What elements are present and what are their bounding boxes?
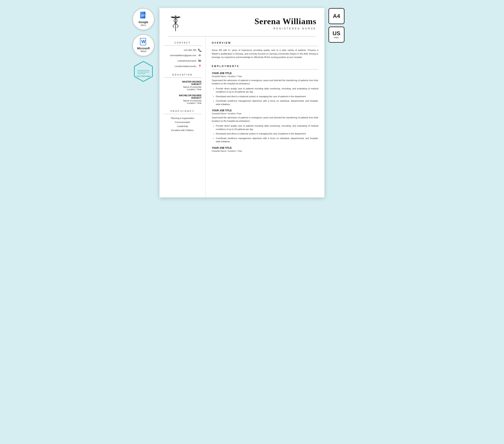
- google-docs-badge: Google docs: [132, 8, 154, 30]
- edu-degree-2: BACHELOR DEGREE: [163, 94, 201, 97]
- proficiency-item-4: Excellent with Children: [163, 129, 201, 132]
- proficiency-item-2: Communication: [163, 121, 201, 123]
- edu-university-2: Name of university: [163, 99, 201, 102]
- employment-section-title: EMPLOYMENTS: [212, 65, 318, 68]
- job-title-3: YOUR JOB TITLE: [212, 147, 318, 149]
- page-wrapper: Google docs W Microsoft Word TOP RESUME: [131, 8, 373, 197]
- job-bullet-1-3: Coordinate workforce management objectiv…: [216, 99, 318, 106]
- job-item-2: YOUR JOB TITLE Hospital Name / location …: [212, 109, 318, 143]
- job-description-1: Supervised the admission of patients in …: [212, 79, 318, 85]
- resume-name: Serena Williams: [188, 17, 316, 26]
- job-title-2: YOUR JOB TITLE: [212, 109, 318, 112]
- proficiency-item-1: Planning & organization: [163, 117, 201, 119]
- edu-location-1: Location / Year: [163, 88, 201, 91]
- resume-body: CONTACT 123-456-789 📞 serenawilliams@gma…: [160, 37, 324, 197]
- svg-rect-3: [141, 15, 144, 15]
- education-item-2: BACHELOR DEGREE SUBJECT Name of universi…: [163, 94, 201, 104]
- left-badges-column: Google docs W Microsoft Word TOP RESUME: [131, 8, 155, 82]
- svg-text:TOP RESUME: TOP RESUME: [136, 75, 150, 77]
- overview-section-title: OVERVIEW: [212, 41, 318, 44]
- email-icon: ✉: [198, 54, 201, 57]
- job-location-3: Hospital Name / location / Year: [212, 150, 318, 152]
- google-docs-sublabel: docs: [141, 24, 146, 27]
- resume-sidebar: CONTACT 123-456-789 📞 serenawilliams@gma…: [160, 37, 206, 197]
- resume-document: Serena Williams REGISTERED NURSE CONTACT…: [160, 8, 324, 197]
- job-bullet-2-2: Developed and direct a rotational system…: [216, 132, 318, 135]
- job-bullet-2-1: Provide direct quality care to patients …: [216, 124, 318, 131]
- us-label: US: [333, 31, 341, 36]
- microsoft-word-sublabel: Word: [141, 50, 146, 53]
- a4-badge: A4: [328, 8, 344, 24]
- job-bullet-1-2: Developed and direct a rotational system…: [216, 95, 318, 98]
- education-item-1: MASTER DEGREE SUBJECT Name of university…: [163, 80, 201, 91]
- education-divider: [163, 77, 201, 78]
- edu-degree-1: MASTER DEGREE: [163, 80, 201, 83]
- edu-university-1: Name of university: [163, 86, 201, 88]
- google-doc-icon: [140, 12, 147, 20]
- main-content: OVERVIEW Nurse RN with 5+ years of exper…: [206, 37, 324, 197]
- us-letter-badge: US letter: [328, 27, 344, 43]
- overview-divider: [212, 46, 318, 46]
- email-item: serenawilliams@gmai.com ✉: [163, 54, 201, 57]
- email-text: serenawilliams@gmai.com: [170, 54, 196, 57]
- phone-icon: 📞: [198, 49, 201, 52]
- google-docs-label: Google: [139, 20, 148, 24]
- a4-label: A4: [333, 13, 340, 19]
- svg-rect-5: [141, 16, 144, 17]
- phone-text: 123-456-789: [184, 49, 196, 51]
- job-title-1: YOUR JOB TITLE: [212, 72, 318, 75]
- job-bullets-2: Provide direct quality care to patients …: [212, 124, 318, 143]
- job-bullet-1-1: Provide direct quality care to patients …: [216, 87, 318, 94]
- edu-subject-2: SUBJECT: [163, 97, 201, 99]
- caduceus-icon: [167, 14, 184, 32]
- microsoft-word-badge: W Microsoft Word: [132, 34, 154, 56]
- contact-section: CONTACT 123-456-789 📞 serenawilliams@gma…: [163, 41, 201, 68]
- svg-text:W: W: [141, 39, 146, 44]
- top-resume-badge: TOP RESUME: [132, 60, 154, 82]
- job-item-3: YOUR JOB TITLE Hospital Name / location …: [212, 147, 318, 152]
- linkedin-item: Linkedin/username in: [163, 59, 201, 63]
- education-section-title: EDUCATION: [163, 74, 201, 76]
- header-name-section: Serena Williams REGISTERED NURSE: [188, 17, 316, 30]
- job-bullet-2-3: Coordinate workforce management objectiv…: [216, 137, 318, 143]
- job-location-1: Hospital Name / location / Year: [212, 75, 318, 77]
- location-text: Location/state/country: [175, 65, 196, 67]
- location-icon: 📍: [198, 65, 201, 68]
- proficiency-section: PROFICIENCY Planning & organization Comm…: [163, 110, 201, 132]
- resume-header: Serena Williams REGISTERED NURSE: [160, 8, 324, 36]
- contact-section-title: CONTACT: [163, 41, 201, 44]
- job-description-2: Supervised the admission of patients in …: [212, 116, 318, 123]
- proficiency-section-title: PROFICIENCY: [163, 110, 201, 112]
- linkedin-text: Linkedin/username: [178, 59, 196, 62]
- edu-subject-1: SUBJECT: [163, 83, 201, 85]
- location-item: Location/state/country 📍: [163, 65, 201, 68]
- employment-section: EMPLOYMENTS YOUR JOB TITLE Hospital Name…: [212, 65, 318, 152]
- proficiency-item-3: Leadership: [163, 125, 201, 127]
- svg-rect-4: [141, 15, 144, 16]
- microsoft-word-label: Microsoft: [137, 47, 150, 50]
- edu-location-2: Location / Year: [163, 102, 201, 104]
- right-badges-column: A4 US letter: [328, 8, 346, 43]
- education-section: EDUCATION MASTER DEGREE SUBJECT Name of …: [163, 74, 201, 104]
- word-icon: W: [140, 38, 147, 47]
- phone-item: 123-456-789 📞: [163, 49, 201, 52]
- job-item-1: YOUR JOB TITLE Hospital Name / location …: [212, 72, 318, 106]
- resume-title: REGISTERED NURSE: [188, 27, 316, 30]
- top-resume-hexagon: TOP RESUME: [132, 60, 154, 82]
- job-location-2: Hospital Name / location /Year: [212, 112, 318, 115]
- linkedin-icon: in: [198, 59, 201, 63]
- svg-marker-8: [134, 61, 152, 81]
- us-sublabel: letter: [334, 36, 339, 39]
- job-bullets-1: Provide direct quality care to patients …: [212, 87, 318, 106]
- overview-section: OVERVIEW Nurse RN with 5+ years of exper…: [212, 41, 318, 59]
- overview-text: Nurse RN with 5+ years of experience pro…: [212, 49, 318, 59]
- contact-divider: [163, 45, 201, 46]
